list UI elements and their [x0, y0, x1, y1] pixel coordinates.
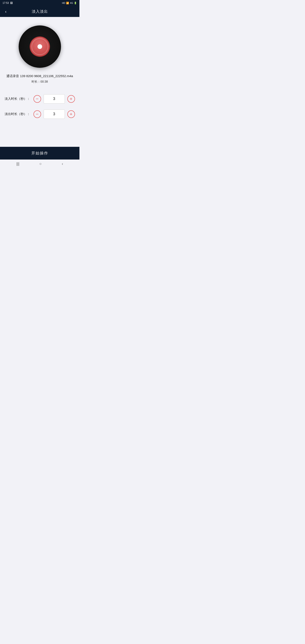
- plus-icon: +: [70, 112, 72, 116]
- back-icon: ‹: [5, 9, 6, 14]
- vinyl-center-label: [30, 37, 49, 56]
- fade-in-plus-button[interactable]: +: [67, 95, 75, 103]
- page-title: 淡入淡出: [32, 9, 48, 14]
- home-gesture-icon[interactable]: ○: [40, 162, 42, 166]
- system-nav-bar: ||| ○ ‹: [0, 160, 80, 168]
- signal-label: 4G: [70, 2, 73, 4]
- status-bar-right: HD 📶 4G 🔋: [62, 2, 77, 4]
- status-time: 17:53: [2, 2, 9, 4]
- fade-in-row: 淡入时长（秒）： − +: [6, 94, 73, 104]
- file-duration: 时长：00:38: [32, 80, 48, 84]
- vinyl-record: [19, 26, 61, 68]
- fade-out-plus-button[interactable]: +: [67, 110, 75, 118]
- back-button[interactable]: ‹: [4, 8, 8, 16]
- vinyl-disc: [19, 26, 61, 68]
- plus-icon: +: [70, 96, 72, 101]
- minus-icon: −: [36, 112, 38, 116]
- battery-icon: 🔋: [74, 2, 77, 4]
- main-content: 通话录音 139 8200 9608_221106_222552.m4a 时长：…: [0, 17, 80, 147]
- minus-icon: −: [36, 96, 38, 101]
- start-button-label: 开始操作: [31, 150, 48, 156]
- nav-bar: ‹ 淡入淡出: [0, 6, 80, 17]
- file-name: 通话录音 139 8200 9608_221106_222552.m4a: [6, 74, 73, 78]
- fade-out-label: 淡出时长（秒）：: [5, 112, 30, 116]
- start-button[interactable]: 开始操作: [0, 147, 80, 160]
- status-bar: 17:53 🖼 HD 📶 4G 🔋: [0, 0, 80, 6]
- wifi-icon: 📶: [66, 2, 69, 4]
- fade-in-label: 淡入时长（秒）：: [5, 97, 30, 101]
- menu-gesture-icon[interactable]: |||: [16, 162, 19, 166]
- status-bar-left: 17:53 🖼: [2, 2, 13, 4]
- fade-out-input[interactable]: [44, 110, 65, 119]
- back-gesture-icon[interactable]: ‹: [62, 162, 63, 166]
- photo-icon: 🖼: [10, 2, 13, 4]
- fade-out-row: 淡出时长（秒）： − +: [6, 110, 73, 119]
- fade-out-minus-button[interactable]: −: [34, 110, 41, 118]
- fade-in-minus-button[interactable]: −: [34, 95, 41, 103]
- vinyl-hole: [38, 44, 42, 49]
- hd-label: HD: [62, 2, 65, 4]
- fade-in-input[interactable]: [44, 94, 65, 104]
- controls-section: 淡入时长（秒）： − + 淡出时长（秒）： − +: [4, 94, 75, 119]
